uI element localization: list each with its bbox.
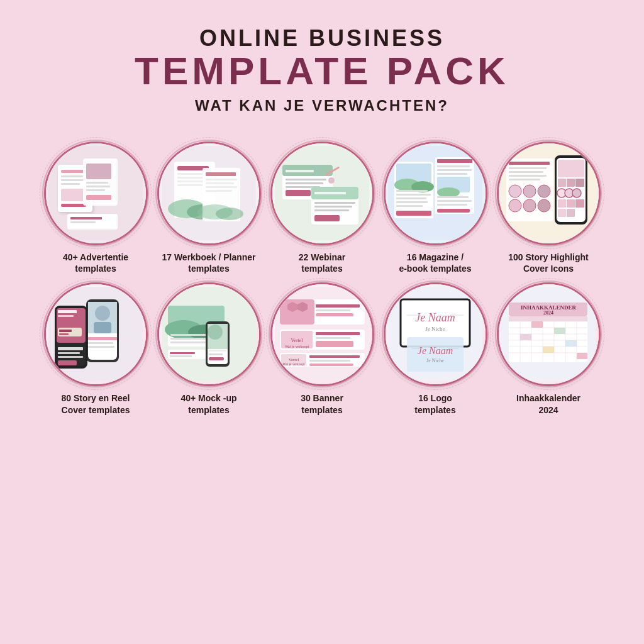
svg-rect-108: [88, 346, 114, 348]
svg-rect-76: [558, 160, 584, 177]
svg-rect-45: [314, 202, 355, 204]
circle-story-highlight: [497, 142, 601, 245]
item-kalender: INHAAKKALENDER 2024: [492, 280, 605, 415]
svg-rect-194: [543, 347, 554, 353]
title-top: ONLINE BUSINESS: [135, 25, 509, 52]
svg-rect-93: [509, 179, 540, 180]
svg-text:Wat je verkoopt: Wat je verkoopt: [283, 362, 305, 366]
svg-rect-153: [316, 341, 353, 347]
circle-magazine: [384, 142, 487, 245]
svg-rect-31: [206, 190, 232, 192]
svg-rect-11: [86, 186, 110, 187]
item-label-webinar: 22 Webinartemplates: [299, 252, 345, 274]
svg-rect-65: [437, 169, 472, 171]
item-label-mockup: 40+ Mock -uptemplates: [180, 392, 236, 415]
svg-text:Je Naam: Je Naam: [418, 345, 453, 356]
svg-rect-27: [206, 172, 236, 176]
svg-rect-191: [554, 328, 565, 334]
svg-rect-5: [61, 183, 80, 185]
svg-text:Je Niche: Je Niche: [426, 358, 444, 364]
svg-rect-59: [396, 201, 428, 203]
svg-rect-41: [286, 190, 311, 196]
header: ONLINE BUSINESS TEMPLATE PACK WAT KAN JE…: [122, 0, 522, 127]
svg-point-98: [523, 199, 536, 212]
svg-rect-47: [314, 209, 349, 211]
svg-text:Je Niche: Je Niche: [425, 326, 445, 332]
item-label-banner: 30 Bannertemplates: [301, 392, 343, 415]
circle-mockup: [157, 282, 261, 386]
grid-container: 40+ Advertentietemplates: [20, 127, 624, 428]
svg-rect-190: [531, 321, 543, 328]
svg-rect-12: [86, 189, 105, 191]
item-banner: Vertel Wat je verkoopt Vertel Wat je ver…: [265, 280, 379, 415]
circle-banner: Vertel Wat je verkoopt Vertel Wat je ver…: [270, 282, 374, 386]
circle-story-reel: [44, 282, 148, 386]
svg-rect-37: [286, 170, 314, 172]
svg-rect-117: [58, 347, 83, 350]
svg-text:Wat je verkoopt: Wat je verkoopt: [285, 345, 309, 348]
svg-rect-87: [567, 209, 575, 217]
svg-rect-141: [280, 299, 314, 325]
svg-rect-30: [206, 186, 237, 188]
svg-rect-28: [206, 179, 237, 180]
svg-point-104: [95, 306, 110, 321]
svg-rect-133: [209, 350, 226, 352]
svg-rect-77: [558, 179, 566, 187]
subtitle: WAT KAN JE VERWACHTEN?: [135, 97, 509, 114]
svg-rect-63: [437, 159, 472, 163]
svg-point-82: [572, 189, 581, 197]
svg-rect-58: [396, 197, 426, 199]
svg-rect-83: [558, 199, 566, 208]
item-label-magazine: 16 Magazine /e-book templates: [399, 252, 471, 274]
svg-rect-9: [86, 164, 111, 179]
svg-rect-85: [575, 199, 584, 208]
svg-rect-57: [396, 194, 431, 196]
svg-rect-46: [314, 206, 352, 208]
svg-rect-16: [70, 221, 96, 223]
svg-point-94: [509, 185, 521, 197]
circle-kalender: INHAAKKALENDER 2024: [497, 282, 601, 386]
item-label-werkboek: 17 Werkboek / Plannertemplates: [162, 252, 255, 274]
svg-rect-23: [177, 184, 206, 186]
svg-rect-13: [86, 195, 111, 200]
svg-rect-160: [309, 364, 353, 366]
svg-rect-113: [58, 315, 74, 317]
svg-rect-71: [437, 204, 467, 206]
item-label-story-reel: 80 Story en ReelCover templates: [62, 392, 130, 415]
svg-rect-91: [509, 171, 543, 173]
svg-rect-119: [58, 356, 83, 358]
item-advertentie: 40+ Advertentietemplates: [39, 140, 152, 274]
svg-rect-195: [577, 353, 587, 359]
svg-rect-135: [209, 357, 224, 360]
svg-rect-61: [396, 211, 431, 216]
svg-rect-111: [57, 308, 86, 343]
svg-rect-86: [558, 209, 566, 217]
svg-text:2024: 2024: [543, 310, 553, 316]
item-werkboek: 17 Werkboek / Plannertemplates: [152, 140, 265, 274]
svg-rect-10: [86, 182, 108, 184]
svg-rect-137: [170, 352, 195, 354]
svg-rect-2: [61, 170, 86, 173]
svg-rect-84: [567, 199, 575, 208]
svg-rect-66: [437, 173, 467, 175]
item-story-highlight: 100 Story HighlightCover Icons: [492, 140, 605, 274]
svg-rect-193: [565, 340, 577, 347]
svg-rect-29: [206, 182, 234, 184]
svg-rect-69: [437, 196, 469, 198]
svg-rect-90: [509, 167, 547, 169]
svg-point-50: [328, 177, 335, 184]
svg-rect-151: [316, 332, 360, 335]
svg-rect-116: [59, 333, 69, 335]
svg-rect-134: [209, 353, 223, 355]
item-magazine: 16 Magazine /e-book templates: [379, 140, 492, 274]
svg-rect-152: [316, 337, 350, 339]
svg-rect-4: [61, 179, 85, 181]
svg-point-96: [538, 185, 550, 197]
svg-rect-44: [314, 192, 346, 194]
svg-rect-7: [61, 204, 86, 207]
svg-rect-3: [61, 175, 83, 177]
svg-point-95: [523, 185, 536, 197]
svg-rect-192: [520, 334, 531, 340]
svg-rect-78: [567, 179, 575, 187]
svg-rect-158: [309, 355, 360, 358]
